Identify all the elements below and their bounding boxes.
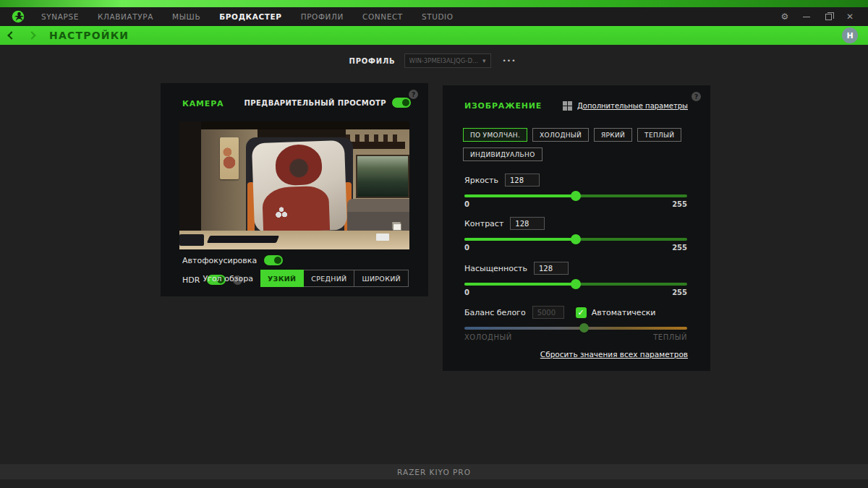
white-balance-slider-thumb[interactable]	[579, 323, 589, 333]
menu-item-mouse[interactable]: МЫШЬ	[172, 12, 200, 21]
slider-fill	[464, 283, 576, 286]
chevron-down-icon: ▾	[482, 57, 486, 64]
preview-pillow-logo	[273, 204, 292, 219]
settings-gear-icon[interactable]: ⚙	[774, 7, 796, 26]
preset-cold-button[interactable]: ХОЛОДНЫЙ	[532, 128, 589, 142]
white-balance-group: Баланс белого ✓ Автоматически ХОЛОДНЫЙ Т…	[464, 306, 687, 341]
preset-warm-button[interactable]: ТЕПЛЫЙ	[637, 128, 681, 142]
brightness-max: 255	[672, 200, 687, 208]
autofocus-row: Автофокусировка	[182, 255, 283, 265]
fov-medium-button[interactable]: СРЕДНИЙ	[304, 270, 354, 287]
image-help-icon[interactable]: ?	[692, 92, 701, 101]
menu-item-keyboard[interactable]: КЛАВИАТУРА	[98, 12, 153, 21]
white-balance-auto-checkbox[interactable]: ✓	[576, 307, 587, 318]
brightness-input[interactable]	[505, 174, 540, 187]
profile-more-button[interactable]: •••	[500, 56, 519, 66]
maximize-button[interactable]	[817, 7, 839, 26]
toggle-knob	[402, 99, 409, 106]
contrast-slider[interactable]	[464, 238, 687, 241]
window-controls: ⚙ ✕	[774, 7, 861, 26]
preset-default-button[interactable]: ПО УМОЛЧАН.	[463, 128, 527, 142]
preview-toggle[interactable]	[392, 98, 411, 108]
contrast-label: Контраст	[464, 219, 503, 228]
menu-item-broadcaster[interactable]: БРОДКАСТЕР	[219, 12, 281, 21]
white-balance-cold-label: ХОЛОДНЫЙ	[464, 333, 512, 341]
page-title: НАСТРОЙКИ	[49, 30, 129, 41]
brightness-slider-thumb[interactable]	[571, 191, 581, 201]
saturation-min: 0	[464, 288, 469, 296]
brightness-min: 0	[464, 200, 469, 208]
toggle-knob	[274, 257, 281, 264]
razer-logo-icon[interactable]	[12, 10, 25, 23]
picture-in-picture-icon[interactable]	[393, 222, 403, 231]
preset-row-2: ИНДИВИДУАЛЬНО	[463, 147, 542, 161]
camera-panel-title: КАМЕРА	[182, 99, 224, 108]
preset-bright-button[interactable]: ЯРКИЙ	[594, 128, 632, 142]
autofocus-toggle[interactable]	[264, 255, 283, 265]
saturation-slider[interactable]	[464, 283, 687, 286]
saturation-label: Насыщенность	[464, 264, 527, 273]
preview-desk-item	[179, 234, 204, 246]
minimize-button[interactable]	[796, 7, 817, 26]
slider-fill	[464, 194, 576, 197]
profile-row: ПРОФИЛЬ WIN-3PMEI3ALJQG-D... ▾ •••	[0, 53, 868, 69]
preset-row-1: ПО УМОЛЧАН. ХОЛОДНЫЙ ЯРКИЙ ТЕПЛЫЙ	[463, 128, 681, 142]
white-balance-label: Баланс белого	[464, 308, 526, 317]
device-name: RAZER KIYO PRO	[397, 468, 471, 476]
close-button[interactable]: ✕	[839, 7, 861, 26]
menu-item-synapse[interactable]: SYNAPSE	[41, 12, 79, 21]
fov-wide-button[interactable]: ШИРОКИЙ	[354, 270, 409, 287]
menu-item-studio[interactable]: STUDIO	[422, 12, 454, 21]
preview-desk-card	[376, 234, 389, 241]
advanced-params-label: Дополнительные параметры	[577, 102, 688, 110]
fov-group: Угол обзора УЗКИЙ СРЕДНИЙ ШИРОКИЙ	[203, 270, 409, 287]
brightness-label: Яркость	[464, 176, 498, 185]
camera-preview-image	[179, 121, 409, 249]
saturation-slider-thumb[interactable]	[571, 279, 581, 289]
white-balance-input	[532, 306, 564, 319]
main-nav: SYNAPSE КЛАВИАТУРА МЫШЬ БРОДКАСТЕР ПРОФИ…	[41, 7, 454, 26]
camera-panel: КАМЕРА ПРЕДВАРИТЕЛЬНЫЙ ПРОСМОТР ?	[161, 83, 428, 296]
contrast-group: Контраст 0 255	[464, 217, 687, 252]
app-window: SYNAPSE КЛАВИАТУРА МЫШЬ БРОДКАСТЕР ПРОФИ…	[0, 0, 868, 488]
advanced-params-link[interactable]: Дополнительные параметры	[563, 101, 688, 111]
contrast-min: 0	[464, 244, 469, 252]
page-header: НАСТРОЙКИ H	[0, 26, 868, 45]
white-balance-slider[interactable]	[464, 327, 687, 330]
back-button[interactable]	[7, 31, 15, 39]
white-balance-auto-label: Автоматически	[592, 308, 656, 317]
saturation-group: Насыщенность 0 255	[464, 262, 687, 296]
saturation-max: 255	[672, 288, 687, 296]
profile-dropdown[interactable]: WIN-3PMEI3ALJQG-D... ▾	[404, 53, 491, 68]
fov-narrow-button[interactable]: УЗКИЙ	[260, 270, 304, 287]
contrast-slider-thumb[interactable]	[571, 234, 581, 244]
user-avatar[interactable]: H	[842, 27, 858, 43]
saturation-input[interactable]	[534, 262, 569, 275]
image-panel-title: ИЗОБРАЖЕНИЕ	[464, 101, 542, 111]
preview-figurines	[346, 134, 401, 142]
profile-dropdown-value: WIN-3PMEI3ALJQG-D...	[409, 57, 480, 64]
slider-fill	[464, 238, 576, 241]
profile-label: ПРОФИЛЬ	[349, 57, 396, 65]
preview-pillow	[252, 140, 347, 233]
hdr-label: HDR	[182, 275, 200, 285]
menu-item-connect[interactable]: CONNECT	[362, 12, 403, 21]
menu-bar: SYNAPSE КЛАВИАТУРА МЫШЬ БРОДКАСТЕР ПРОФИ…	[0, 7, 868, 26]
white-balance-warm-label: ТЕПЛЫЙ	[653, 333, 687, 341]
camera-help-icon[interactable]: ?	[409, 90, 418, 99]
reset-all-link[interactable]: Сбросить значения всех параметров	[540, 350, 688, 359]
image-panel: ИЗОБРАЖЕНИЕ Дополнительные параметры ? П…	[443, 85, 710, 371]
brightness-group: Яркость 0 255	[464, 174, 687, 208]
contrast-input[interactable]	[510, 217, 545, 230]
preview-toggle-row: ПРЕДВАРИТЕЛЬНЫЙ ПРОСМОТР	[244, 98, 411, 108]
preview-pillow-hooded-figure	[275, 144, 323, 186]
window-top-accent	[0, 0, 868, 7]
menu-item-profiles[interactable]: ПРОФИЛИ	[301, 12, 344, 21]
preview-framed-picture	[356, 155, 409, 198]
preview-wall-scroll	[220, 137, 239, 179]
contrast-max: 255	[672, 244, 687, 252]
forward-button[interactable]	[27, 31, 35, 39]
brightness-slider[interactable]	[464, 194, 687, 197]
autofocus-label: Автофокусировка	[182, 256, 257, 265]
preset-custom-button[interactable]: ИНДИВИДУАЛЬНО	[463, 147, 542, 161]
